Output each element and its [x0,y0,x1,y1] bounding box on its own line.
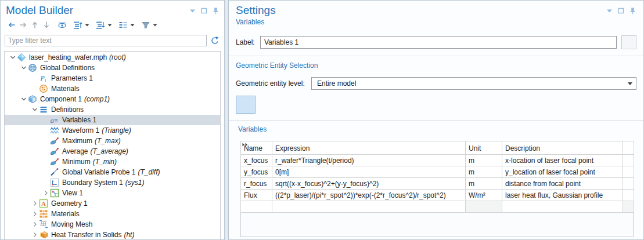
cell-unit[interactable]: W/m² [466,190,502,201]
filter-input[interactable] [5,35,207,46]
geometric-entity-level-select[interactable]: Entire model [311,77,636,90]
model-builder-toolbar [1,17,224,30]
chevron-down-icon[interactable] [8,53,17,61]
show-button[interactable] [57,20,67,30]
chevron-right-icon[interactable] [30,220,39,228]
cell-description[interactable]: y_location of laser focal point [502,166,623,178]
separator [229,56,643,56]
cell-name[interactable]: x_focus [241,155,272,166]
dropdown-caret-icon[interactable] [85,24,89,27]
pin-icon[interactable] [629,7,636,14]
chevron-right-icon[interactable] [41,189,50,197]
label-input[interactable] [260,36,617,49]
tree-item-heat-transfer-in-solids[interactable]: Heat Transfer in Solids(ht) [5,230,220,239]
svg-text:a: a [51,116,55,125]
refresh-button[interactable] [210,35,220,46]
tree-item-component-1[interactable]: Component 1(comp1) [5,94,220,104]
cell-expression[interactable]: r_wafer*Triangle(t/period) [272,155,466,166]
cell-name[interactable]: y_focus [241,166,272,178]
move-down-button[interactable] [42,20,51,30]
active-selection-toggle-button[interactable] [236,96,256,114]
cell-unit[interactable]: m [466,155,502,166]
dropdown-caret-icon[interactable] [153,24,157,27]
model-builder-panel: Model Builder laser_heating_wafer.mph(ro… [0,0,225,240]
float-icon[interactable] [617,7,625,14]
cell-extra [623,178,634,190]
chevron-right-icon[interactable] [30,199,39,208]
pin-icon[interactable] [212,7,220,14]
back-button[interactable] [7,20,16,30]
filter-button[interactable] [141,20,157,30]
cell-description[interactable]: laser heat flux, Gaussian profile [502,190,623,201]
tree-item-laser-heating-wafer-mph[interactable]: laser_heating_wafer.mph(root) [5,52,220,63]
tree-item-average[interactable]: Average(T_average) [5,146,220,157]
label-edit-button[interactable] [621,35,636,49]
probe-icon [50,147,59,156]
tree-item-minimum[interactable]: Minimum(T_min) [5,157,220,167]
collapse-all-button[interactable] [96,20,112,30]
tree-item-definitions[interactable]: Definitions [5,104,220,115]
probe-icon [50,136,59,146]
panel-menu-icon[interactable] [606,7,613,14]
geometric-entity-level-caption: Geometric entity level: [236,79,311,88]
chevron-down-icon[interactable] [19,95,28,103]
cell-name[interactable] [241,201,272,213]
expander-spacer [41,168,50,176]
chevron-right-icon[interactable] [30,231,39,239]
tree-item-waveform-1[interactable]: Waveform 1(Triangle) [5,125,220,136]
variables-table-empty-area[interactable] [240,213,634,237]
cell-name[interactable]: r_focus [241,178,272,190]
tree-item-suffix: (sys1) [125,179,145,187]
cell-expression[interactable]: 0[m] [272,166,466,178]
geometric-entity-level-row: Geometric entity level: Entire model [236,77,636,90]
tree-item-label: View 1 [62,189,83,197]
expander-spacer [30,85,39,93]
tree-item-parameters-1[interactable]: PiParameters 1 [5,73,220,83]
cell-name[interactable]: Flux [241,190,272,201]
cell-expression[interactable]: ((2*p_laser)/(pi*r_spot^2))*exp(-(2*r_fo… [272,190,466,201]
tree-item-suffix: (ht) [124,231,134,239]
chevron-down-icon[interactable] [19,64,28,72]
cell-unit[interactable]: m [466,178,502,190]
tree-item-label: Global Variable Probe 1 [62,168,136,176]
cell-description[interactable]: distance from focal point [502,178,623,190]
tree-item-boundary-system-1[interactable]: Boundary System 1(sys1) [5,177,220,188]
dropdown-caret-icon[interactable] [107,24,112,27]
tree-item-view-1[interactable]: View 1 [5,188,220,198]
model-builder-title: Model Builder [6,3,189,17]
forward-button[interactable] [19,20,28,30]
cell-description[interactable] [502,201,623,213]
cell-description[interactable]: x-location of laser focal point [502,155,623,166]
tree-item-global-definitions[interactable]: Global Definitions [5,63,220,73]
cell-expression[interactable]: sqrt((x-x_focus)^2+(y-y_focus)^2) [272,178,466,190]
cell-unit[interactable]: m [466,166,502,178]
tree-item-suffix: (T_average) [90,147,128,155]
label-field-caption: Label: [236,38,260,46]
variables-table: NameExpressionUnitDescription x_focusr_w… [240,141,634,213]
parameters-icon: Pi [39,74,48,83]
variables-section-header[interactable]: Variables [236,125,636,133]
tree-item-materials[interactable]: Materials [5,83,220,94]
definitions-icon [39,105,48,114]
col-header-extra [623,141,634,155]
tree-item-moving-mesh[interactable]: Moving Mesh [5,219,220,230]
chevron-right-icon[interactable] [30,210,39,218]
collapse-tree-icon [96,20,105,30]
panel-menu-icon[interactable] [189,7,196,14]
float-icon[interactable] [200,7,208,14]
tree-item-geometry-1[interactable]: AGeometry 1 [5,198,220,209]
model-tree-node-text-button[interactable] [118,20,135,30]
tree-item-maximum[interactable]: Maximum(T_max) [5,136,220,146]
chevron-down-icon[interactable] [30,106,39,114]
dropdown-caret-icon[interactable] [130,24,135,27]
tree-item-global-variable-probe-1[interactable]: Global Variable Probe 1(T_diff) [5,167,220,177]
move-up-button[interactable] [30,20,39,30]
tree-item-materials[interactable]: Materials [5,209,220,219]
boundary-system-icon [50,178,59,187]
cell-expression[interactable] [272,201,466,213]
tree-item-variables-1[interactable]: a=Variables 1 [5,115,220,125]
model-root-icon [17,53,26,62]
cell-unit[interactable] [466,201,502,213]
tree-item-label: Average [62,147,88,155]
expand-all-button[interactable] [73,20,89,30]
